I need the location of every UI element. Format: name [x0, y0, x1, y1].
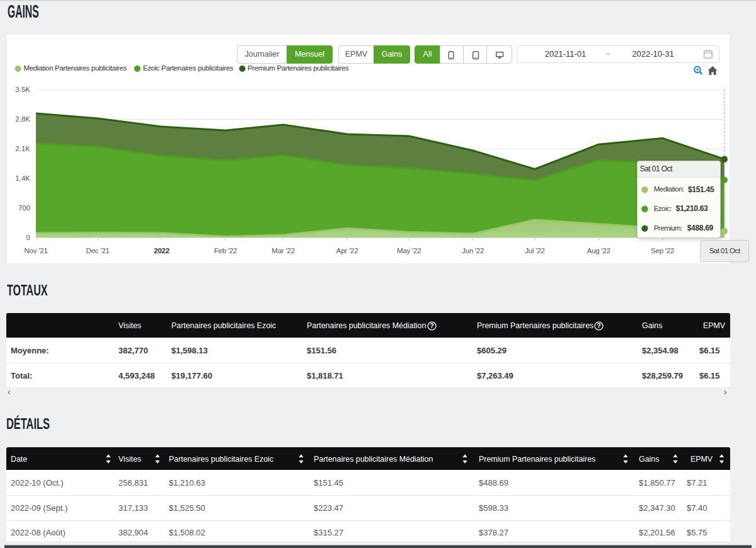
svg-text:?: ?	[430, 322, 433, 329]
svg-text:?: ?	[597, 322, 600, 329]
